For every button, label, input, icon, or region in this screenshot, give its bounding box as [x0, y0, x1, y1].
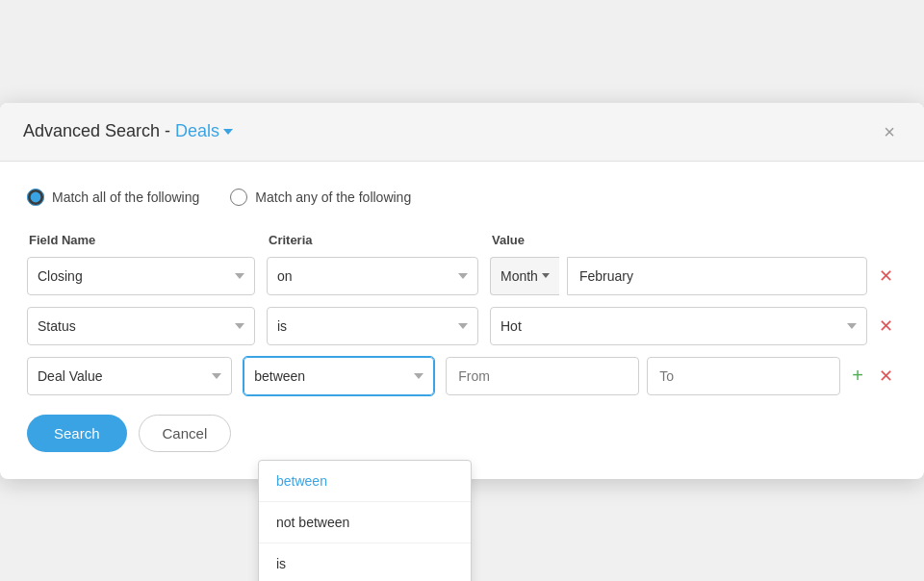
value-select-arrow-icon-2 — [847, 323, 857, 329]
header-value: Value — [492, 233, 897, 247]
title-deals-link[interactable]: Deals — [175, 121, 219, 140]
field-name-select-1[interactable]: Closing — [27, 257, 255, 295]
value-area-2: Hot ✕ — [490, 307, 897, 345]
field-name-value-2: Status — [38, 318, 76, 334]
dropdown-item-between[interactable]: between — [259, 461, 471, 502]
field-name-select-2[interactable]: Status — [27, 307, 255, 345]
criteria-arrow-icon-3 — [414, 373, 424, 379]
filter-row-1: Closing on Month ✕ — [27, 257, 897, 295]
value-select-2[interactable]: Hot — [490, 307, 867, 345]
modal-title: Advanced Search - Deals — [23, 121, 233, 141]
remove-button-3[interactable]: ✕ — [875, 366, 897, 387]
title-prefix: Advanced Search - — [23, 121, 175, 140]
month-label: Month — [500, 268, 538, 284]
to-input-3[interactable] — [647, 357, 840, 395]
header-field-name: Field Name — [29, 233, 257, 247]
value-input-1[interactable] — [567, 257, 867, 295]
month-toggle-button[interactable]: Month — [490, 257, 559, 295]
criteria-select-1[interactable]: on — [267, 257, 478, 295]
header-criteria: Criteria — [269, 233, 480, 247]
match-any-label: Match any of the following — [255, 189, 411, 205]
month-arrow-icon — [542, 273, 550, 278]
criteria-arrow-icon-1 — [458, 273, 468, 279]
criteria-select-3[interactable]: between — [244, 357, 434, 395]
from-input-3[interactable] — [446, 357, 639, 395]
value-select-text-2: Hot — [500, 318, 522, 334]
match-any-radio-label[interactable]: Match any of the following — [230, 189, 411, 206]
close-icon: × — [884, 121, 895, 142]
dropdown-item-is[interactable]: is — [259, 543, 471, 582]
field-headers: Field Name Criteria Value — [27, 233, 897, 247]
add-button-3[interactable]: + — [848, 365, 867, 387]
filter-row-3: Deal Value between + ✕ — [27, 357, 897, 395]
criteria-value-2: is — [277, 318, 287, 334]
field-name-select-3[interactable]: Deal Value — [27, 357, 232, 395]
criteria-select-2[interactable]: is — [267, 307, 478, 345]
modal-header: Advanced Search - Deals × — [0, 103, 924, 162]
deals-dropdown-arrow-icon[interactable] — [223, 129, 233, 135]
criteria-dropdown-menu: between not between is greater than less… — [258, 460, 472, 582]
filter-row-2: Status is Hot ✕ — [27, 307, 897, 345]
radio-group: Match all of the following Match any of … — [27, 189, 897, 206]
match-all-label: Match all of the following — [52, 189, 199, 205]
match-all-radio-label[interactable]: Match all of the following — [27, 189, 199, 206]
criteria-value-1: on — [277, 268, 293, 284]
remove-button-1[interactable]: ✕ — [875, 265, 897, 287]
criteria-value-3: between — [254, 368, 305, 384]
match-any-radio[interactable] — [230, 189, 247, 206]
dropdown-item-not-between[interactable]: not between — [259, 502, 471, 543]
field-name-value-3: Deal Value — [38, 368, 102, 384]
remove-button-2[interactable]: ✕ — [875, 316, 897, 337]
value-area-3: + ✕ — [446, 357, 897, 395]
field-name-arrow-icon-3 — [212, 373, 221, 379]
search-button[interactable]: Search — [27, 415, 127, 452]
field-name-value-1: Closing — [38, 268, 83, 284]
cancel-button[interactable]: Cancel — [139, 415, 232, 452]
field-name-arrow-icon-1 — [235, 273, 244, 279]
criteria-arrow-icon-2 — [458, 323, 468, 329]
modal-body: Match all of the following Match any of … — [0, 162, 924, 479]
value-area-1: Month ✕ — [490, 257, 897, 295]
match-all-radio[interactable] — [27, 189, 44, 206]
close-button[interactable]: × — [878, 120, 901, 143]
advanced-search-modal: Advanced Search - Deals × Match all of t… — [0, 103, 924, 479]
field-name-arrow-icon-2 — [235, 323, 244, 329]
action-buttons: Search Cancel — [27, 415, 897, 452]
